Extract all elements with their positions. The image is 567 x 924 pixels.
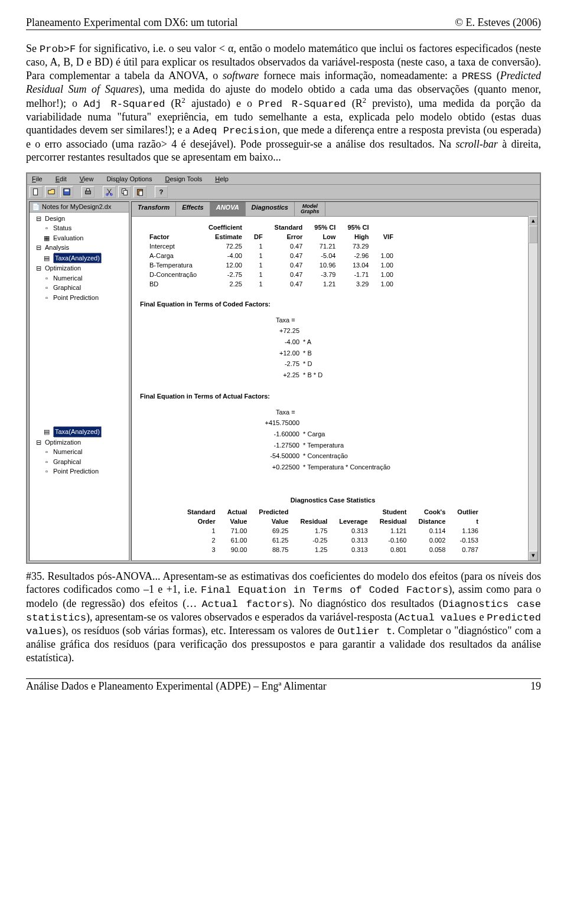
h-high: High: [341, 232, 374, 241]
eq-coded-lhs: Taxa =: [258, 315, 526, 326]
sidebar: 📄 Notes for MyDesign2.dx ⊟Design ▫Status…: [29, 201, 129, 561]
hdr-right: © E. Esteves (2006): [455, 17, 541, 29]
point-icon: ▫: [43, 294, 51, 301]
table-row: Intercept72.2510.4771.2173.29: [144, 241, 399, 251]
tree-design[interactable]: ⊟Design: [32, 214, 128, 224]
tab-effects[interactable]: Effects: [176, 202, 210, 216]
nav-tree: ⊟Design ▫Status ▦Evaluation ⊟Analysis ▤T…: [30, 213, 129, 478]
tree-optimization[interactable]: ⊟Optimization: [32, 263, 128, 273]
p2-t4: Actual factors: [202, 599, 289, 610]
h-low: Low: [308, 232, 341, 241]
menu-display-options[interactable]: Display Options: [105, 175, 153, 183]
tab-diagnostics[interactable]: Diagnostics: [246, 202, 295, 216]
sidebar-title-text: Notes for MyDesign2.dx: [42, 203, 111, 210]
eq-line: +12.00 * B: [258, 348, 526, 359]
eq-line: -54.50000 * Concentração: [258, 450, 526, 462]
tab-model-graphs[interactable]: Model Graphs: [295, 202, 326, 216]
scroll-track[interactable]: [529, 226, 537, 551]
p1-t7: (: [492, 70, 500, 81]
tree-numerical-2[interactable]: ▫Numerical: [32, 447, 128, 457]
svg-point-6: [110, 193, 113, 195]
h-coef: Coefficient: [203, 223, 248, 232]
table-row: D-Concentração-2.7510.47-3.79-1.711.00: [144, 270, 399, 279]
eq-line: -1.60000 * Carga: [258, 429, 526, 440]
p1-t13: Pred R-Squared: [258, 99, 346, 110]
num-icon: ▫: [43, 275, 51, 282]
content-area: Coefficient Standard 95% CI 95% CI Facto…: [132, 217, 537, 560]
eq-line: -4.00 * A: [258, 337, 526, 348]
eq-actual-title: Final Equation in Terms of Actual Factor…: [140, 393, 526, 400]
tree-optimization-2[interactable]: ⊟Optimization: [32, 437, 128, 448]
table-row: 261.0061.25-0.250.313-0.1600.002-0.153: [181, 536, 484, 545]
eq-line: +415.75000: [258, 417, 526, 429]
p2-t5: ). No diagnóstico dos resultados (: [288, 598, 442, 609]
p2-t7: ), apresentam-se os valores observados e…: [86, 611, 398, 623]
menu-edit[interactable]: Edit: [54, 175, 68, 183]
p2-t11: ), os resíduos (sob várias formas), etc.…: [62, 625, 337, 636]
tree-numerical[interactable]: ▫Numerical: [32, 273, 128, 283]
p2-t12: Outlier t: [337, 626, 392, 637]
h-est: Estimate: [203, 232, 248, 241]
tb-copy-icon[interactable]: [118, 186, 131, 198]
scroll-up-icon[interactable]: ▴: [529, 216, 537, 226]
menu-design-tools[interactable]: Design Tools: [164, 175, 203, 183]
tree-taxa[interactable]: ▤Taxa(Analyzed): [32, 253, 128, 264]
tb-print-icon[interactable]: [82, 186, 94, 198]
graph-icon: ▫: [43, 284, 51, 291]
tabs: Transform Effects ANOVA Diagnostics Mode…: [132, 202, 537, 217]
tb-paste-icon[interactable]: [133, 186, 146, 198]
h-ci2: 95% CI: [341, 223, 374, 232]
tree-analysis[interactable]: ⊟Analysis: [32, 243, 128, 253]
tree-taxa-2[interactable]: ▤Taxa(Analyzed): [32, 426, 128, 437]
table-row: A-Carga-4.0010.47-5.04-2.961.00: [144, 251, 399, 260]
tree-evaluation[interactable]: ▦Evaluation: [32, 233, 128, 243]
eq-actual: Taxa = +415.75000 -1.60000 * Carga-1.275…: [258, 407, 526, 473]
tb-help-icon[interactable]: ?: [155, 186, 168, 198]
grid-icon: ▦: [43, 234, 51, 241]
diag-title: Diagnostics Case Statistics: [140, 497, 526, 504]
tb-cut-icon[interactable]: [103, 186, 116, 198]
tab-transform[interactable]: Transform: [132, 202, 176, 216]
p2-t2: Final Equation in Terms of Coded Factors: [201, 585, 448, 596]
p1-t4: software: [223, 70, 259, 81]
table-row: 171.0069.251.750.3131.1210.1141.136: [181, 526, 484, 536]
p1-t14: (R: [346, 97, 363, 109]
tb-open-icon[interactable]: [45, 186, 58, 198]
tb-save-icon[interactable]: [60, 186, 73, 198]
svg-rect-2: [65, 189, 69, 191]
footer-left: Análise Dados e Planeamento Experimental…: [26, 680, 327, 693]
menu-file[interactable]: FFileile: [31, 175, 44, 183]
h-vif: VIF: [374, 232, 399, 241]
tree-point[interactable]: ▫Point Prediction: [32, 293, 128, 303]
graph-icon: ▫: [43, 458, 51, 465]
svg-rect-3: [86, 191, 91, 194]
menu-help[interactable]: Help: [214, 175, 230, 183]
eq-line: -2.75 * D: [258, 358, 526, 370]
minus-icon: ⊟: [34, 265, 43, 272]
p1-t11: (R: [165, 97, 181, 109]
tree-point-2[interactable]: ▫Point Prediction: [32, 466, 128, 476]
hdr-left: Planeamento Experimental com DX6: um tut…: [26, 17, 237, 29]
menu-view[interactable]: View: [79, 175, 95, 183]
tb-new-icon[interactable]: [30, 186, 43, 198]
svg-rect-8: [123, 190, 127, 195]
p1-t18: scroll-bar: [455, 138, 497, 150]
scrollbar[interactable]: ▴ ▾: [528, 216, 537, 560]
scroll-thumb[interactable]: [529, 226, 537, 243]
eq-line: +2.25 * B * D: [258, 370, 526, 381]
eq-line: +0.22500 * Temperatura * Concentração: [258, 462, 526, 473]
tree-status[interactable]: ▫Status: [32, 223, 128, 233]
eq-line: -1.27500 * Temperatura: [258, 440, 526, 451]
table-row: 390.0088.751.250.3130.8010.0580.787: [181, 545, 484, 554]
num-icon: ▫: [43, 448, 51, 455]
tab-anova[interactable]: ANOVA: [210, 202, 246, 216]
eq-coded: Taxa = +72.25 -4.00 * A+12.00 * B-2.75 *…: [258, 315, 526, 381]
svg-rect-10: [139, 191, 142, 195]
tree-graphical[interactable]: ▫Graphical: [32, 283, 128, 293]
point-icon: ▫: [43, 468, 51, 475]
notepad-icon: 📄: [32, 203, 40, 210]
table-row: B-Temperatura12.0010.4710.9613.041.00: [144, 260, 399, 270]
p1-t10: Adj R-Squared: [83, 99, 165, 110]
tree-graphical-2[interactable]: ▫Graphical: [32, 457, 128, 467]
scroll-down-icon[interactable]: ▾: [529, 551, 537, 560]
